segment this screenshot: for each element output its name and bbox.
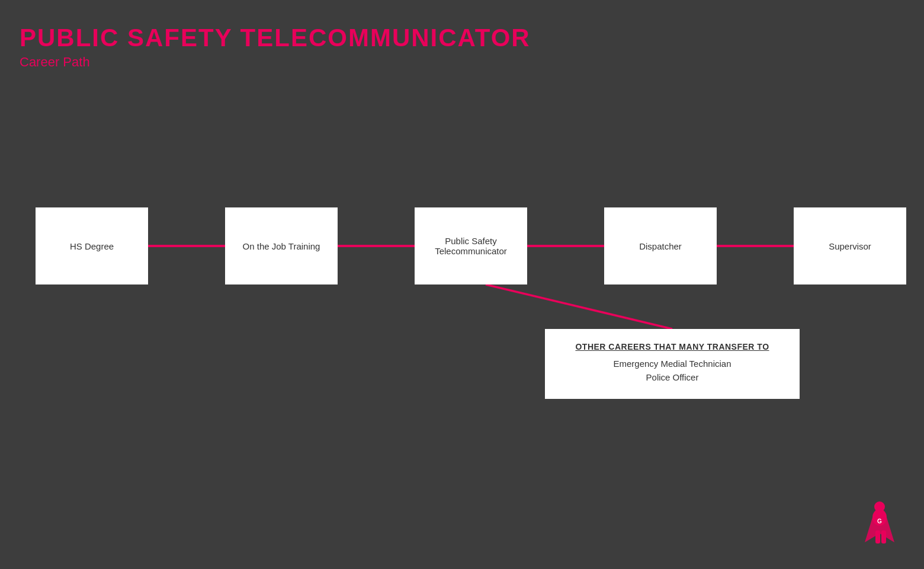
page-header: PUBLIC SAFETY TELECOMMUNICATOR Career Pa… xyxy=(20,24,531,70)
hs-degree-box: HS Degree xyxy=(36,207,148,284)
other-careers-item-1: Emergency Medial Technician xyxy=(564,359,781,369)
connector-2 xyxy=(338,245,415,247)
on-job-training-box: On the Job Training xyxy=(225,207,338,284)
diagram-area: HS Degree On the Job Training Public Saf… xyxy=(36,178,888,445)
svg-text:G: G xyxy=(877,518,882,525)
main-title: PUBLIC SAFETY TELECOMMUNICATOR xyxy=(20,24,531,52)
subtitle: Career Path xyxy=(20,55,531,70)
svg-rect-5 xyxy=(881,530,886,544)
dispatcher-box: Dispatcher xyxy=(604,207,717,284)
connector-4 xyxy=(717,245,794,247)
svg-point-2 xyxy=(874,501,885,512)
svg-line-0 xyxy=(486,284,672,329)
connector-3 xyxy=(527,245,604,247)
hero-logo: G xyxy=(859,501,900,551)
svg-rect-4 xyxy=(875,530,880,544)
other-careers-title: OTHER CAREERS THAT MANY TRANSFER TO xyxy=(564,342,781,351)
other-careers-item-2: Police Officer xyxy=(564,372,781,382)
public-safety-telecom-box: Public Safety Telecommunicator xyxy=(415,207,527,284)
connector-1 xyxy=(148,245,225,247)
career-path-row: HS Degree On the Job Training Public Saf… xyxy=(36,207,906,284)
supervisor-box: Supervisor xyxy=(794,207,906,284)
other-careers-box: OTHER CAREERS THAT MANY TRANSFER TO Emer… xyxy=(545,329,800,399)
